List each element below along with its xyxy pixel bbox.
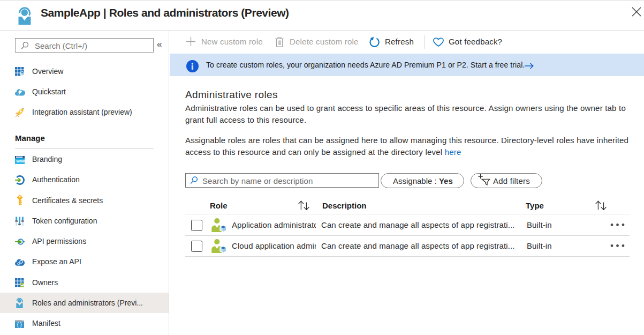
svg-text:{ }: { } — [17, 322, 22, 327]
svg-text:www: www — [16, 159, 25, 163]
